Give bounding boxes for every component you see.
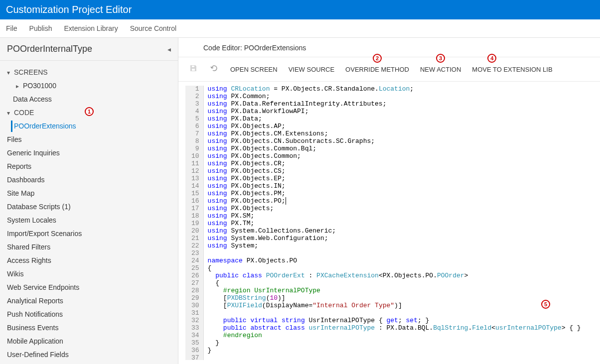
tree-access-rights[interactable]: Access Rights <box>0 254 178 267</box>
tree-files[interactable]: Files <box>0 133 178 146</box>
move-to-extension-lib-button[interactable]: MOVE TO EXTENSION LIB 4 <box>471 65 553 74</box>
caret-down-icon: ▾ <box>7 109 13 118</box>
tree-wikis[interactable]: Wikis <box>0 267 178 281</box>
app-title: Customization Project Editor <box>6 4 132 15</box>
tree-webhooks[interactable]: Webhooks <box>0 362 178 364</box>
sidebar-title-bar: POOrderInternalType ◂ <box>0 38 178 61</box>
tree-business-events[interactable]: Business Events <box>0 321 178 335</box>
tree-generic-inquiries[interactable]: Generic Inquiries <box>0 146 178 160</box>
tree-shared-filters[interactable]: Shared Filters <box>0 241 178 254</box>
menu-extension-library[interactable]: Extension Library <box>64 24 118 32</box>
sidebar: POOrderInternalType ◂ ▾SCREENS ▸PO301000… <box>0 38 178 364</box>
caret-right-icon: ▸ <box>16 82 22 91</box>
tree-screen-po301000[interactable]: ▸PO301000 <box>0 79 178 93</box>
annotation-2: 2 <box>373 54 382 63</box>
collapse-sidebar-icon[interactable]: ◂ <box>167 45 171 53</box>
save-icon <box>187 63 199 75</box>
open-screen-button[interactable]: OPEN SCREEN <box>229 65 279 74</box>
annotation-3: 3 <box>436 54 445 63</box>
line-gutter: 1234567891011121314151617181920212223242… <box>185 86 204 360</box>
undo-icon[interactable] <box>208 63 220 75</box>
project-name: POOrderInternalType <box>7 44 92 54</box>
code-content[interactable]: using CRLocation = PX.Objects.CR.Standal… <box>204 86 593 360</box>
code-editor[interactable]: 1234567891011121314151617181920212223242… <box>178 82 600 364</box>
tree-code[interactable]: ▾CODE 1 <box>0 106 178 120</box>
main-panel: Code Editor: POOrderExtensions OPEN SCRE… <box>178 38 600 364</box>
annotation-1: 1 <box>85 107 94 116</box>
tree-reports[interactable]: Reports <box>0 160 178 173</box>
caret-down-icon: ▾ <box>7 68 13 77</box>
menu-bar: File Publish Extension Library Source Co… <box>0 19 600 38</box>
tree-site-map[interactable]: Site Map <box>0 187 178 200</box>
view-source-button[interactable]: VIEW SOURCE <box>288 65 335 74</box>
tree-mobile-application[interactable]: Mobile Application <box>0 335 178 348</box>
annotation-4: 4 <box>487 54 496 63</box>
menu-file[interactable]: File <box>6 24 17 32</box>
tree-system-locales[interactable]: System Locales <box>0 214 178 227</box>
tree-data-access[interactable]: Data Access <box>0 93 178 106</box>
tree-screens[interactable]: ▾SCREENS <box>0 66 178 79</box>
editor-toolbar: OPEN SCREEN VIEW SOURCE OVERRIDE METHOD … <box>178 57 600 82</box>
annotation-5: 5 <box>541 300 550 309</box>
app-header: Customization Project Editor <box>0 0 600 19</box>
tree-code-pooderextensions[interactable]: POOrderExtensions <box>0 120 178 133</box>
tree-import-export[interactable]: Import/Export Scenarios <box>0 227 178 241</box>
tree-user-defined-fields[interactable]: User-Defined Fields <box>0 348 178 362</box>
menu-source-control[interactable]: Source Control <box>130 24 176 32</box>
tree-push-notifications[interactable]: Push Notifications <box>0 308 178 321</box>
tree-database-scripts[interactable]: Database Scripts (1) <box>0 200 178 214</box>
menu-publish[interactable]: Publish <box>29 24 52 32</box>
tree-analytical-reports[interactable]: Analytical Reports <box>0 294 178 308</box>
nav-tree: ▾SCREENS ▸PO301000 Data Access ▾CODE 1 P… <box>0 61 178 364</box>
override-method-button[interactable]: OVERRIDE METHOD 2 <box>344 65 410 74</box>
tree-dashboards[interactable]: Dashboards <box>0 173 178 187</box>
tree-web-service-endpoints[interactable]: Web Service Endpoints <box>0 281 178 294</box>
editor-title: Code Editor: POOrderExtensions <box>178 38 600 57</box>
new-action-button[interactable]: NEW ACTION 3 <box>419 65 462 74</box>
